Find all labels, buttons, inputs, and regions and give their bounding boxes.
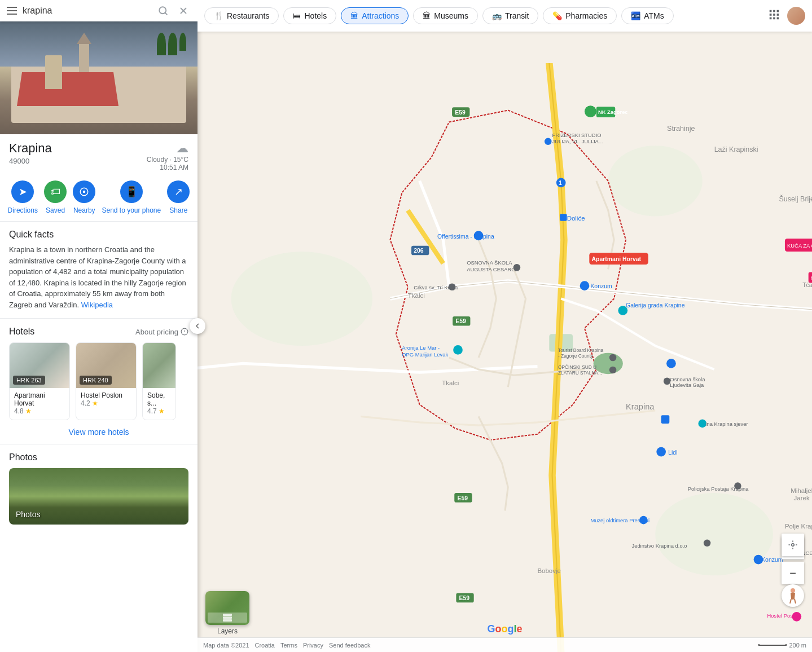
clear-button[interactable] — [176, 6, 191, 16]
map-svg: E59 E59 E59 E59 206 1 NK Zagorec — [197, 63, 812, 652]
search-button[interactable] — [156, 6, 170, 16]
svg-rect-9 — [773, 10, 775, 12]
svg-point-35 — [585, 105, 596, 117]
hotel-card[interactable]: HRK 263 Apartmani Horvat 4.8 ★ — [9, 342, 70, 420]
nav-hotels[interactable]: 🛏 Hotels — [283, 7, 336, 24]
atms-icon: 🏧 — [631, 11, 640, 20]
collapse-panel-button[interactable] — [190, 318, 205, 334]
send-to-phone-icon: 📱 — [120, 180, 143, 203]
terms-link[interactable]: Terms — [280, 642, 297, 649]
city-postal: 49000 — [9, 157, 52, 165]
svg-text:E59: E59 — [459, 595, 470, 601]
svg-text:Krapina: Krapina — [626, 402, 655, 411]
hotels-header: Hotels About pricing — [9, 327, 188, 337]
nearby-button[interactable]: Nearby — [73, 180, 95, 214]
star-icon: ★ — [92, 399, 98, 407]
hotel-info: Apartmani Horvat 4.8 ★ — [10, 388, 69, 420]
grid-icon[interactable] — [768, 8, 780, 24]
menu-icon[interactable] — [7, 7, 17, 15]
wikipedia-link[interactable]: Wikipedia — [81, 301, 113, 309]
country-link[interactable]: Croatia — [255, 642, 275, 649]
hotel-price: HRK 240 — [80, 376, 112, 385]
weather-icon: ☁ — [147, 141, 188, 156]
saved-button[interactable]: 🏷 Saved — [44, 180, 67, 214]
send-to-phone-button[interactable]: 📱 Send to your phone — [102, 180, 161, 214]
svg-text:Konzum: Konzum — [761, 557, 783, 563]
layers-icon — [205, 591, 249, 625]
svg-text:Ljudevita Gaja: Ljudevita Gaja — [670, 382, 704, 388]
hotel-rating: 4.7 ★ — [147, 407, 171, 415]
hotel-info: Sobe, s... 4.7 ★ — [143, 388, 175, 420]
map-data-label: Map data ©2021 — [203, 642, 249, 649]
quick-facts-section: Quick facts Krapina is a town in norther… — [0, 222, 197, 319]
svg-rect-15 — [773, 17, 775, 19]
nav-attractions[interactable]: 🏛 Attractions — [341, 7, 409, 24]
send-feedback-link[interactable]: Send feedback — [329, 642, 370, 649]
svg-text:Lidl: Lidl — [668, 450, 677, 456]
hotel-price: HRK 263 — [13, 376, 45, 385]
svg-point-65 — [666, 359, 676, 368]
svg-text:E59: E59 — [457, 495, 468, 501]
svg-point-18 — [231, 252, 373, 346]
svg-text:Jarek: Jarek — [794, 495, 810, 501]
photos-thumbnail[interactable]: Photos — [9, 468, 188, 525]
search-input[interactable] — [23, 6, 150, 16]
nav-restaurants[interactable]: 🍴 Restaurants — [204, 7, 279, 24]
hotel-card[interactable]: HRK 240 Hostel Poslon 4.2 ★ — [76, 342, 137, 420]
nav-hotels-label: Hotels — [304, 11, 327, 20]
share-button[interactable]: ↗ Share — [167, 180, 190, 214]
hotel-image — [143, 343, 175, 388]
view-more-link[interactable]: View more hotels — [68, 428, 129, 437]
transit-icon: 🚌 — [492, 11, 502, 20]
hotels-title: Hotels — [9, 327, 34, 337]
quick-facts-text: Krapina is a town in northern Croatia an… — [9, 244, 188, 310]
zoom-out-button[interactable]: − — [782, 562, 804, 584]
svg-text:E59: E59 — [455, 318, 466, 324]
saved-icon: 🏷 — [44, 180, 67, 203]
view-more-hotels: View more hotels — [0, 420, 197, 444]
svg-text:OSNOVNA ŠKOLA: OSNOVNA ŠKOLA — [467, 259, 512, 266]
svg-text:Aronija Le Mar -: Aronija Le Mar - — [402, 345, 440, 351]
user-avatar[interactable] — [787, 7, 805, 25]
svg-text:206: 206 — [414, 248, 424, 254]
svg-rect-13 — [777, 14, 779, 16]
hotel-card[interactable]: Sobe, s... 4.7 ★ — [142, 342, 176, 420]
nav-atms[interactable]: 🏧 ATMs — [621, 7, 674, 24]
svg-point-38 — [545, 138, 552, 146]
svg-point-106 — [791, 588, 795, 593]
privacy-link[interactable]: Privacy — [303, 642, 323, 649]
weather-block: ☁ Cloudy · 15°C 10:51 AM — [147, 141, 188, 171]
nav-pharmacies-label: Pharmacies — [565, 11, 607, 20]
bottom-bar: Map data ©2021 Croatia Terms Privacy Sen… — [197, 637, 812, 652]
hotel-rating: 4.2 ★ — [81, 399, 131, 407]
svg-text:Laži Krapinski: Laži Krapinski — [714, 146, 758, 153]
nav-pharmacies[interactable]: 💊 Pharmacies — [543, 7, 617, 24]
my-location-button[interactable] — [782, 534, 804, 556]
map-background[interactable]: E59 E59 E59 E59 206 1 NK Zagorec — [197, 32, 812, 652]
svg-text:OPG Marijan Levak: OPG Marijan Levak — [402, 351, 448, 358]
svg-text:Osnovna škola: Osnovna škola — [670, 376, 705, 382]
svg-text:KUĆA ZA ODMOR MAGDALENA &V: KUĆA ZA ODMOR MAGDALENA &V — [787, 243, 812, 249]
star-icon: ★ — [25, 407, 32, 415]
svg-point-105 — [792, 544, 795, 547]
svg-point-47 — [580, 281, 590, 290]
layers-button[interactable]: Layers — [205, 591, 249, 635]
about-pricing[interactable]: About pricing — [135, 328, 188, 336]
nav-museums[interactable]: 🏛 Museums — [413, 7, 478, 24]
nav-atms-label: ATMs — [644, 11, 664, 20]
top-nav-right — [768, 7, 805, 25]
street-view-pegman[interactable] — [782, 584, 804, 607]
svg-text:Konzum: Konzum — [590, 283, 612, 289]
city-name: Krapina — [9, 141, 52, 156]
nearby-icon — [73, 180, 95, 203]
nav-transit[interactable]: 🚌 Transit — [482, 7, 538, 24]
svg-point-71 — [453, 345, 463, 355]
svg-text:Muzej oldtimera Presečki: Muzej oldtimera Presečki — [590, 517, 649, 523]
svg-rect-11 — [770, 14, 772, 16]
directions-button[interactable]: ➤ Directions — [8, 180, 38, 214]
museums-icon: 🏛 — [423, 11, 431, 20]
hotel-image: HRK 240 — [76, 343, 136, 388]
svg-text:Galerija grada Krapine: Galerija grada Krapine — [626, 302, 685, 309]
directions-icon: ➤ — [11, 180, 34, 203]
nav-attractions-label: Attractions — [362, 11, 399, 20]
